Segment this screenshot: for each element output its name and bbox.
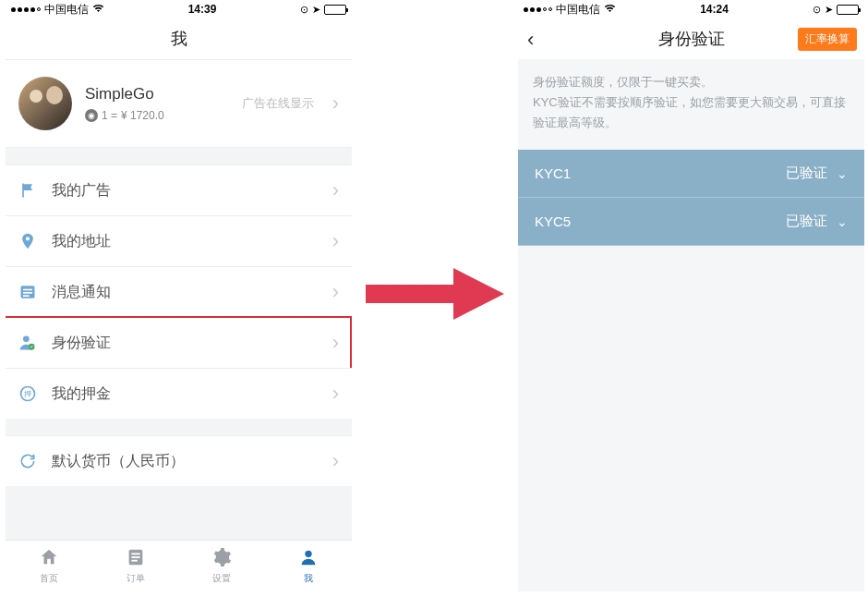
chevron-down-icon: ⌄ — [837, 214, 848, 229]
svg-rect-2 — [23, 292, 32, 294]
phone-left: 中国电信 14:39 ⊙ ➤ 我 SimpleGo ◉ 1 = ¥ 1720.0 — [6, 0, 352, 591]
wifi-icon — [604, 4, 616, 15]
header-right: ‹ 身份验证 汇率换算 — [518, 18, 864, 59]
username: SimpleGo — [85, 85, 229, 104]
avatar — [18, 77, 72, 130]
arrow-right-icon — [361, 262, 509, 330]
tab-me[interactable]: 我 — [265, 541, 352, 591]
alarm-icon: ⊙ — [300, 4, 308, 16]
chevron-right-icon: › — [332, 178, 339, 202]
clock: 14:39 — [188, 3, 217, 16]
statusbar-right: 中国电信 14:24 ⊙ ➤ — [518, 0, 864, 18]
left-content: SimpleGo ◉ 1 = ¥ 1720.0 广告在线显示 › 我的广告 › … — [6, 59, 352, 540]
signal-dots — [524, 7, 552, 12]
ad-status-label: 广告在线显示 — [242, 95, 314, 112]
battery-icon — [837, 5, 859, 15]
svg-text:押: 押 — [24, 390, 31, 398]
svg-rect-1 — [23, 289, 32, 291]
profile-card[interactable]: SimpleGo ◉ 1 = ¥ 1720.0 广告在线显示 › — [6, 59, 352, 148]
orders-icon — [126, 547, 146, 570]
kyc-name: KYC5 — [535, 213, 571, 229]
exchange-rate: ◉ 1 = ¥ 1720.0 — [85, 109, 229, 122]
menu-notifications[interactable]: 消息通知 › — [6, 266, 352, 317]
flag-icon — [18, 181, 52, 200]
chevron-down-icon: ⌄ — [837, 166, 848, 181]
menu-identity-verification[interactable]: 身份验证 › — [6, 317, 352, 368]
coin-badge-icon: ◉ — [85, 109, 98, 122]
tab-orders[interactable]: 订单 — [92, 541, 179, 591]
clock: 14:24 — [700, 3, 729, 16]
list-icon — [18, 283, 52, 301]
flow-arrow — [352, 0, 518, 591]
menu-default-currency[interactable]: 默认货币（人民币） › — [6, 436, 352, 486]
chevron-right-icon: › — [332, 280, 339, 304]
chevron-right-icon: › — [332, 382, 339, 406]
page-title: 身份验证 — [658, 28, 725, 50]
tab-settings[interactable]: 设置 — [179, 541, 266, 591]
chevron-right-icon: › — [332, 331, 339, 355]
menu-my-address[interactable]: 我的地址 › — [6, 215, 352, 266]
page-title: 我 — [6, 18, 352, 59]
alarm-icon: ⊙ — [813, 4, 821, 16]
svg-rect-10 — [131, 556, 139, 558]
phone-right: 中国电信 14:24 ⊙ ➤ ‹ 身份验证 汇率换算 身份验证额度，仅限于一键买… — [518, 0, 864, 591]
svg-point-12 — [305, 551, 311, 557]
chevron-right-icon: › — [332, 449, 339, 473]
menu-my-deposit[interactable]: 押 我的押金 › — [6, 368, 352, 419]
deposit-icon: 押 — [18, 384, 52, 403]
user-check-icon — [18, 334, 52, 352]
carrier-label: 中国电信 — [44, 2, 89, 18]
right-content: 身份验证额度，仅限于一键买卖。 KYC验证不需要按顺序验证，如您需要更大额交易，… — [518, 59, 864, 591]
user-icon — [298, 547, 319, 570]
kyc-status: 已验证 — [786, 213, 827, 230]
statusbar-left: 中国电信 14:39 ⊙ ➤ — [6, 0, 352, 18]
refresh-icon — [18, 452, 52, 470]
gear-icon — [211, 547, 232, 570]
svg-rect-9 — [131, 553, 139, 554]
signal-dots — [11, 7, 41, 12]
pin-icon — [18, 232, 52, 250]
profile-info: SimpleGo ◉ 1 = ¥ 1720.0 — [85, 85, 229, 122]
location-icon: ➤ — [312, 4, 320, 16]
kyc-row-2[interactable]: KYC5 已验证 ⌄ — [518, 198, 864, 246]
exchange-rate-button[interactable]: 汇率换算 — [798, 28, 857, 51]
menu-my-ads[interactable]: 我的广告 › — [6, 165, 352, 215]
carrier-label: 中国电信 — [556, 2, 600, 18]
tabbar: 首页 订单 设置 我 — [6, 540, 352, 591]
svg-point-4 — [23, 336, 30, 343]
svg-rect-3 — [23, 295, 30, 297]
kyc-row-1[interactable]: KYC1 已验证 ⌄ — [518, 150, 864, 198]
wifi-icon — [92, 4, 104, 15]
tab-home[interactable]: 首页 — [6, 541, 92, 591]
chevron-right-icon: › — [332, 229, 339, 253]
home-icon — [39, 547, 59, 570]
chevron-right-icon: › — [332, 91, 339, 116]
kyc-status: 已验证 — [786, 164, 827, 182]
verification-note: 身份验证额度，仅限于一键买卖。 KYC验证不需要按顺序验证，如您需要更大额交易，… — [518, 59, 864, 150]
back-button[interactable]: ‹ — [527, 28, 534, 52]
kyc-name: KYC1 — [535, 165, 571, 181]
battery-icon — [324, 5, 346, 15]
location-icon: ➤ — [825, 4, 833, 16]
svg-rect-11 — [131, 560, 137, 562]
